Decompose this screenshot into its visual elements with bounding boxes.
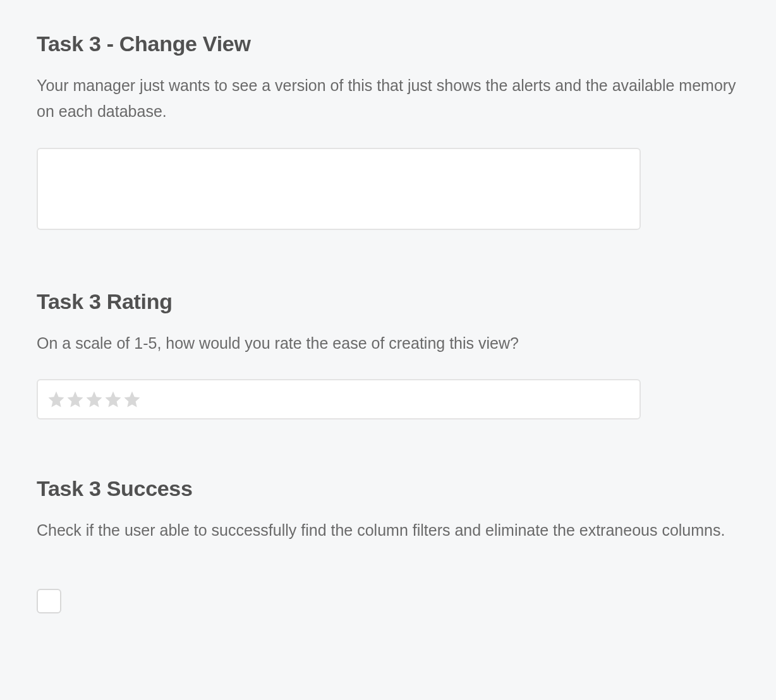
star-icon[interactable] [104, 390, 123, 409]
task3-rating-heading: Task 3 Rating [37, 289, 739, 314]
task3-success-checkbox[interactable] [37, 589, 61, 613]
task3-change-view-heading: Task 3 - Change View [37, 32, 739, 56]
star-icon[interactable] [47, 390, 66, 409]
task3-change-view-description: Your manager just wants to see a version… [37, 73, 739, 125]
task3-change-view-response-input[interactable] [37, 148, 641, 230]
task3-change-view-section: Task 3 - Change View Your manager just w… [37, 32, 739, 232]
star-rating-group [47, 390, 142, 409]
task3-success-heading: Task 3 Success [37, 476, 739, 501]
task3-success-description: Check if the user able to successfully f… [37, 517, 739, 543]
star-icon[interactable] [123, 390, 142, 409]
star-icon[interactable] [66, 390, 85, 409]
task3-success-section: Task 3 Success Check if the user able to… [37, 476, 739, 616]
task3-rating-section: Task 3 Rating On a scale of 1-5, how wou… [37, 289, 739, 419]
rating-input-container [37, 379, 641, 419]
star-icon[interactable] [85, 390, 104, 409]
task3-rating-description: On a scale of 1-5, how would you rate th… [37, 330, 739, 356]
